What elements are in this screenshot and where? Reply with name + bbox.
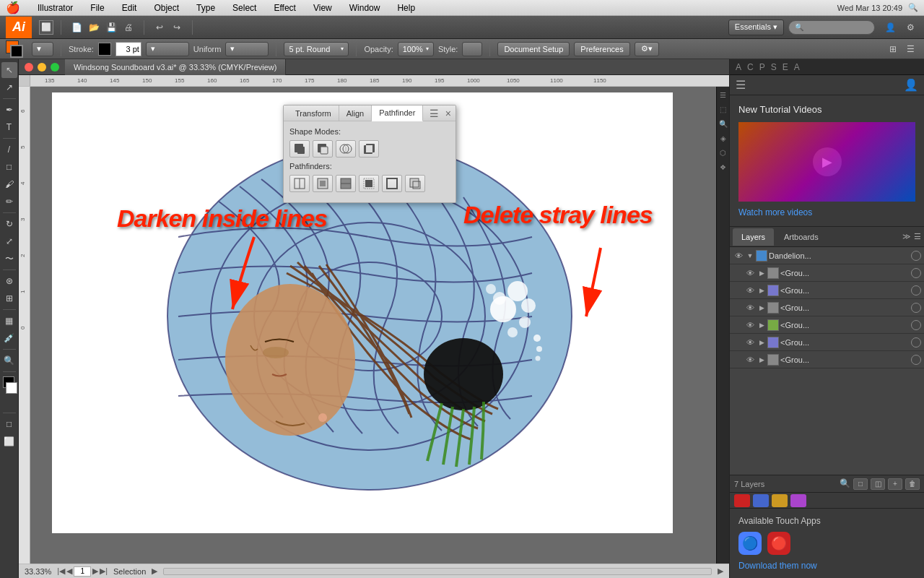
divide-btn[interactable]	[289, 175, 310, 192]
arrange-panels-btn[interactable]: ☰	[902, 41, 918, 57]
page-number-input[interactable]	[74, 566, 91, 577]
layer-expand-arrow[interactable]: ▶	[757, 267, 766, 279]
print-btn[interactable]: 🖨	[121, 20, 136, 35]
layer-expand-arrow[interactable]: ▼	[746, 250, 754, 262]
scroll-right-btn[interactable]: ▶	[718, 566, 723, 576]
mesh-btn[interactable]: ⊞	[1, 290, 17, 306]
uniform-dropdown[interactable]: ▾	[225, 42, 269, 56]
essentials-button[interactable]: Essentials ▾	[728, 20, 784, 35]
undo-btn[interactable]: ↩	[152, 20, 167, 35]
gradient-btn[interactable]: ▦	[1, 313, 17, 329]
preferences-button[interactable]: Preferences	[574, 42, 629, 56]
selection-label[interactable]: Selection	[113, 567, 146, 576]
exclude-btn[interactable]	[359, 140, 379, 158]
screen-mode-btn[interactable]: ⬜	[1, 434, 17, 449]
direct-select-btn[interactable]: ↗	[1, 79, 17, 95]
layers-search-btn[interactable]: 🔍	[840, 478, 850, 490]
zoom-tool-btn[interactable]: 🔍	[1, 353, 17, 368]
right-panel-3[interactable]: 🔍	[718, 118, 728, 129]
extra-options-btn[interactable]: ⚙▾	[635, 42, 659, 56]
layer-row[interactable]: 👁 ▼ Dandelion...	[730, 247, 924, 264]
layers-make-mask-btn[interactable]: □	[853, 478, 868, 490]
open-file-btn[interactable]: 📂	[86, 20, 102, 35]
sidebar-extra2[interactable]: S	[771, 62, 777, 72]
document-setup-button[interactable]: Document Setup	[497, 42, 570, 56]
fill-dropdown[interactable]: ▼	[32, 42, 53, 56]
layer-visibility-eye[interactable]: 👁	[744, 302, 756, 314]
arrange-btn[interactable]: ⊞	[885, 41, 901, 57]
layer-target-btn[interactable]	[911, 320, 921, 330]
menu-object[interactable]: Object	[151, 3, 182, 13]
settings-btn[interactable]: ⚙	[902, 20, 918, 35]
align-tab[interactable]: Align	[339, 105, 372, 121]
stroke-chevron[interactable]: ▾	[146, 42, 189, 56]
apple-menu[interactable]: 🍎	[6, 1, 20, 14]
nav-next-btn[interactable]: ▶	[92, 566, 98, 576]
scroll-bar-h[interactable]	[163, 568, 712, 575]
line-tool-btn[interactable]: /	[1, 142, 17, 158]
style-swatch[interactable]	[462, 42, 482, 56]
touch-app-icon-1[interactable]: 🔵	[738, 532, 762, 555]
menu-effect[interactable]: Effect	[271, 3, 298, 13]
menu-illustrator[interactable]: Illustrator	[35, 3, 76, 13]
touch-app-icon-2[interactable]: 🔴	[767, 532, 790, 555]
save-btn[interactable]: 💾	[103, 20, 119, 35]
nav-last-btn[interactable]: ▶|	[100, 566, 108, 576]
layer-expand-arrow[interactable]: ▶	[757, 302, 766, 314]
pathfinder-tab[interactable]: Pathfinder	[372, 105, 423, 121]
menu-window[interactable]: Window	[346, 3, 383, 13]
menu-select[interactable]: Select	[230, 3, 259, 13]
layer-row[interactable]: 👁 ▶ <Grou...	[730, 316, 924, 334]
stroke-color-swatch[interactable]	[98, 43, 111, 56]
eyedropper-btn[interactable]: 💉	[1, 330, 17, 346]
stroke-color-box[interactable]	[10, 45, 23, 58]
rotate-btn[interactable]: ↻	[1, 216, 17, 232]
warp-btn[interactable]: 〜	[1, 251, 17, 267]
outline-btn[interactable]	[382, 175, 402, 192]
layer-target-btn[interactable]	[911, 268, 921, 278]
new-file-btn[interactable]: 📄	[69, 20, 84, 35]
sidebar-hamburger-icon[interactable]: ☰	[736, 78, 746, 92]
layer-expand-arrow[interactable]: ▶	[757, 354, 766, 366]
delete-layer-btn[interactable]: 🗑	[905, 478, 920, 490]
layer-expand-arrow[interactable]: ▶	[757, 319, 766, 331]
panel-close-btn[interactable]: ×	[445, 108, 451, 119]
layer-visibility-eye[interactable]: 👁	[744, 267, 756, 279]
intersect-btn[interactable]	[336, 140, 356, 158]
sidebar-extra1[interactable]: P	[759, 62, 765, 72]
layer-visibility-eye[interactable]: 👁	[733, 250, 744, 262]
selection-tool-btn[interactable]: ↖	[1, 62, 17, 78]
layer-row[interactable]: 👁 ▶ <Grou...	[730, 282, 924, 299]
menu-edit[interactable]: Edit	[119, 3, 140, 13]
layers-expand-all-btn[interactable]: ≫	[902, 232, 911, 241]
artboards-tab[interactable]: Artboards	[775, 228, 827, 246]
new-layer-btn[interactable]: +	[888, 478, 902, 490]
search-box[interactable]: 🔍	[788, 20, 875, 35]
transform-tab[interactable]: Transform	[288, 105, 339, 121]
layer-visibility-eye[interactable]: 👁	[744, 319, 756, 331]
scale-btn[interactable]: ⤢	[1, 233, 17, 249]
sidebar-user-avatar[interactable]: 👤	[904, 78, 918, 92]
brush-dropdown[interactable]: 5 pt. Round ▾	[284, 42, 349, 56]
minus-back-btn[interactable]	[405, 175, 425, 192]
user-avatar[interactable]: 👤	[882, 20, 898, 35]
panel-menu-btn[interactable]: ☰	[430, 108, 439, 119]
merge-btn[interactable]	[336, 175, 356, 192]
selection-expand-btn[interactable]: ▶	[152, 566, 157, 576]
sidebar-expand-icon[interactable]: A	[736, 62, 741, 72]
tutorial-video[interactable]: ▶	[738, 122, 915, 202]
layer-target-btn[interactable]	[911, 251, 921, 261]
stroke-weight-input[interactable]	[116, 42, 141, 56]
nav-first-btn[interactable]: |◀	[57, 566, 65, 576]
sidebar-extra3[interactable]: E	[783, 62, 788, 72]
color-dot-red[interactable]	[734, 494, 750, 507]
canvas-tab[interactable]: Windsong Soundboard v3.ai* @ 33.33% (CMY…	[65, 59, 286, 75]
right-panel-2[interactable]: ⬚	[718, 104, 728, 114]
layer-visibility-eye[interactable]: 👁	[744, 285, 756, 296]
sidebar-extra4[interactable]: A	[794, 62, 800, 72]
rect-tool-btn[interactable]: □	[1, 159, 17, 175]
crop-btn[interactable]	[359, 175, 379, 192]
blend-btn[interactable]: ⊛	[1, 273, 17, 289]
close-btn[interactable]	[25, 63, 33, 72]
color-dot-blue[interactable]	[753, 494, 769, 507]
